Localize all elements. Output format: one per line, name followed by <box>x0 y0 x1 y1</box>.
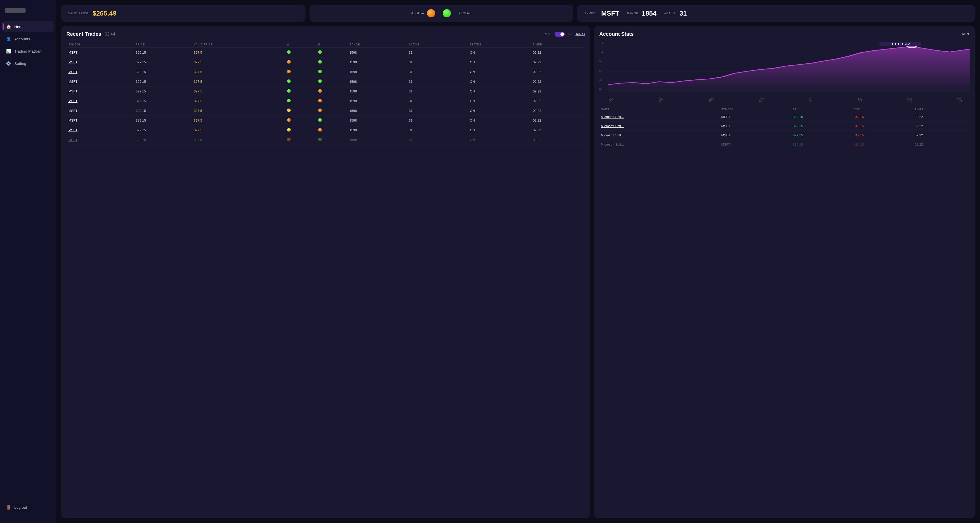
trade-valid-price: 327.5 <box>192 116 285 125</box>
stats-name[interactable]: Microsoft Soft... <box>599 131 720 140</box>
y-label-9k: 9k <box>599 60 603 63</box>
table-row: MSFT 329.15 327.5 1598 31 ON 02:22 <box>66 57 585 67</box>
symbol-label: SYMBOL: <box>584 12 599 15</box>
trade-valid-price: 327.5 <box>192 135 285 145</box>
sidebar-item-logout[interactable]: 🚪 Log out <box>3 502 54 513</box>
trade-valid-price: 327.5 <box>192 57 285 67</box>
col-range: RANGE <box>347 41 407 48</box>
symbol-info-card: SYMBOL: MSFT RANGE: 1854 ACTIVE: 31 <box>577 5 975 22</box>
list-item: Microsoft Soft... MSFT 329.15 319.15 02:… <box>599 131 970 140</box>
y-label-12k: 12k <box>599 51 603 54</box>
active-block: ACTIVE: 31 <box>664 10 687 18</box>
table-row: MSFT 329.15 327.5 1598 31 ON 02:22 <box>66 48 585 57</box>
trade-valid-price: 327.5 <box>192 48 285 57</box>
sidebar-item-setting[interactable]: ⚙️ Setting <box>3 58 54 69</box>
stats-table: NAME SYMBOL SELL BUY TIMER Microsoft Sof… <box>599 107 970 149</box>
sidebar-item-accounts[interactable]: 👤 Accounts <box>3 33 54 45</box>
stats-buy: 319.15 <box>852 112 913 121</box>
trade-a <box>285 77 316 86</box>
trade-timer: 02:22 <box>531 106 585 116</box>
stats-filter[interactable]: All ▼ <box>962 32 970 36</box>
trade-range: 1598 <box>347 96 407 106</box>
trade-active: 31 <box>407 48 468 57</box>
stats-title: Account Stats <box>599 31 633 37</box>
table-row: MSFT 329.15 327.5 1598 31 ON 02:22 <box>66 86 585 96</box>
stats-timer: 02:22 <box>913 131 970 140</box>
trade-b <box>316 57 347 67</box>
trades-toggle[interactable] <box>555 32 565 37</box>
trade-symbol[interactable]: MSFT <box>66 125 134 135</box>
chevron-down-icon: ▼ <box>966 32 970 36</box>
trade-a <box>285 96 316 106</box>
x-day-fri: Fri <box>809 97 812 100</box>
y-label-0k: 0k <box>599 88 603 91</box>
trade-symbol[interactable]: MSFT <box>66 67 134 77</box>
x-date-17: 17 <box>709 100 711 103</box>
algo-b-dot <box>443 9 451 18</box>
trade-active: 31 <box>407 67 468 77</box>
algo-a-label: ALGO-A <box>411 11 424 15</box>
list-item: Microsoft Soft... MSFT 329.15 319.15 02:… <box>599 140 970 149</box>
trade-a <box>285 125 316 135</box>
chart-x-labels: Mon Tue Wed Thu Fri Sat Sun Mon <box>599 97 970 100</box>
x-day-wed: Wed <box>709 97 714 100</box>
algo-a-group: ALGO-A <box>411 9 435 18</box>
col-b: B <box>316 41 347 48</box>
chart-svg: 10.5k <box>599 41 970 92</box>
top-stats-bar: VALID PRICE $265.49 ALGO-A ALGO-B SYMBOL… <box>61 5 975 22</box>
trade-timer: 02:22 <box>531 86 585 96</box>
range-block: RANGE: 1854 <box>627 10 656 18</box>
stats-name[interactable]: Microsoft Soft... <box>599 112 720 121</box>
sidebar-item-home[interactable]: 🏠 Home <box>3 21 54 32</box>
trade-symbol[interactable]: MSFT <box>66 96 134 106</box>
trade-a <box>285 106 316 116</box>
trade-symbol[interactable]: MSFT <box>66 48 134 57</box>
trade-symbol[interactable]: MSFT <box>66 77 134 86</box>
stats-symbol: MSFT <box>720 131 791 140</box>
x-date-15: 15 <box>608 100 611 103</box>
trade-symbol[interactable]: MSFT <box>66 86 134 96</box>
trades-table-header: SYMBOL PRICE VALID PRICE A B RANGE ACTIV… <box>66 41 585 48</box>
trade-price: 329.15 <box>134 125 192 135</box>
stats-sell: 329.15 <box>791 131 853 140</box>
x-day-thu: Thu <box>759 97 764 100</box>
trade-status: ON <box>468 125 531 135</box>
stats-sell: 329.15 <box>791 140 853 149</box>
trade-valid-price: 327.5 <box>192 67 285 77</box>
trade-symbol[interactable]: MSFT <box>66 106 134 116</box>
col-status: STATUS <box>468 41 531 48</box>
toggle-out-label: OUT <box>544 32 551 36</box>
trade-range: 1598 <box>347 125 407 135</box>
stats-name[interactable]: Microsoft Soft... <box>599 140 720 149</box>
list-item: Microsoft Soft... MSFT 329.15 319.15 02:… <box>599 112 970 121</box>
col-timer: TIMER <box>531 41 585 48</box>
trade-timer: 02:22 <box>531 125 585 135</box>
svg-text:10.5k: 10.5k <box>891 43 910 45</box>
trade-timer: 02:22 <box>531 48 585 57</box>
range-value: 1854 <box>642 10 657 18</box>
trade-symbol[interactable]: MSFT <box>66 116 134 125</box>
sidebar-item-trading-platform[interactable]: 📊 Trading Platform <box>3 45 54 57</box>
table-row: MSFT 329.15 327.5 1598 31 ON 02:22 <box>66 96 585 106</box>
trade-b <box>316 125 347 135</box>
stats-col-buy: BUY <box>852 107 913 112</box>
stats-timer: 02:22 <box>913 140 970 149</box>
sidebar-item-home-label: Home <box>14 24 24 29</box>
trade-symbol[interactable]: MSFT <box>66 57 134 67</box>
col-symbol: SYMBOL <box>66 41 134 48</box>
trade-symbol[interactable]: MSFT <box>66 135 134 145</box>
trade-valid-price: 327.5 <box>192 125 285 135</box>
trade-price: 329.15 <box>134 77 192 86</box>
trade-price: 329.15 <box>134 135 192 145</box>
x-date-18: 18 <box>759 100 762 103</box>
y-label-15k: 15k <box>599 41 603 45</box>
trade-range: 1598 <box>347 116 407 125</box>
stats-name[interactable]: Microsoft Soft... <box>599 121 720 131</box>
see-all-link[interactable]: see all <box>576 32 585 36</box>
stats-table-header: NAME SYMBOL SELL BUY TIMER <box>599 107 970 112</box>
trade-a <box>285 48 316 57</box>
trade-active: 31 <box>407 106 468 116</box>
trades-controls: OUT IN see all <box>544 32 585 37</box>
table-row: MSFT 329.15 327.5 1598 31 ON 02:22 <box>66 77 585 86</box>
x-date-22: 22 <box>959 100 962 103</box>
